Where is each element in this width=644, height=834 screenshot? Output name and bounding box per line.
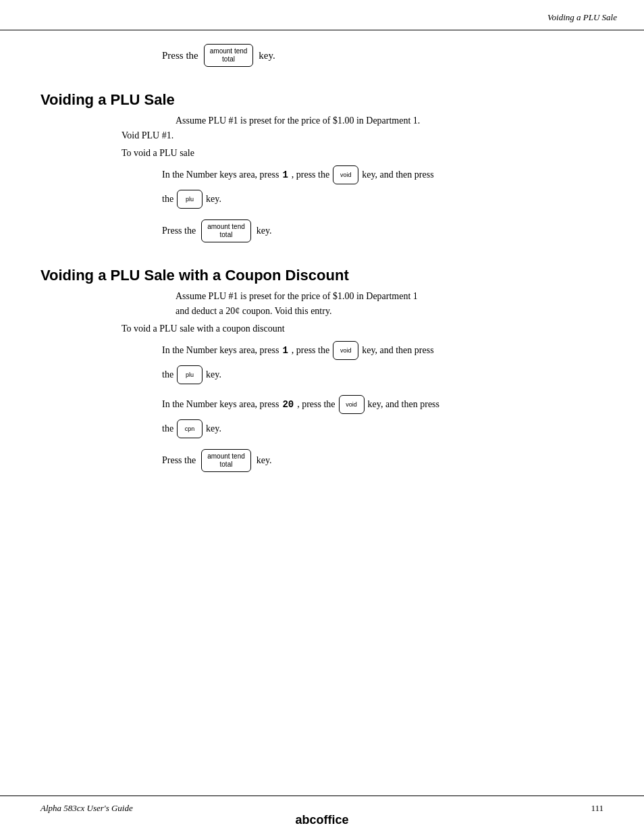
s2-the-label: the (162, 369, 173, 380)
s1-num1: 1 (282, 170, 288, 180)
s2-num1: 1 (282, 345, 288, 356)
s2-void-key1: void (333, 341, 358, 360)
page-footer: Alpha 583cx User's Guide 111 (0, 796, 644, 814)
top-press-text: Press the (162, 50, 198, 61)
s1-instr-text2: , press the (292, 170, 329, 180)
page-content: Press the amount tend total key. Voiding… (0, 30, 644, 537)
s1-press-the: Press the (162, 226, 196, 236)
header-title: Voiding a PLU Sale (547, 12, 617, 23)
s2-instr-text2: , press the (292, 345, 329, 356)
s1-plu-key: plu (177, 190, 203, 209)
top-amount-tend-key: amount tend total (204, 44, 254, 67)
section1-heading: Voiding a PLU Sale (41, 91, 603, 109)
section2-instruction3: In the Number keys area, press 20 , pres… (162, 395, 603, 414)
top-key-label: key. (259, 50, 275, 61)
s2-instr-text1: In the Number keys area, press (162, 345, 279, 356)
section2-assume2: and deduct a 20¢ coupon. Void this entry… (176, 306, 603, 317)
section2-press-line: Press the amount tend total key. (162, 449, 603, 472)
s1-amount-tend-key: amount tend total (201, 219, 251, 242)
s2-key-label4: key. (257, 455, 272, 466)
section2-instruction2: the plu key. (162, 365, 603, 384)
section2-assume1: Assume PLU #1 is preset for the price of… (176, 291, 603, 302)
s2-amount-tend-key: amount tend total (201, 449, 251, 472)
section1-instruction1: In the Number keys area, press 1 , press… (162, 165, 603, 184)
s2-key-label3: key. (206, 423, 221, 434)
s2-plu-key: plu (177, 365, 203, 384)
s2-num2: 20 (282, 399, 294, 410)
section1-assume: Assume PLU #1 is preset for the price of… (176, 115, 603, 126)
s2-instr-text4: In the Number keys area, press (162, 399, 279, 410)
section2-instruction4: the cpn key. (162, 419, 603, 438)
section1-press-line: Press the amount tend total key. (162, 219, 603, 242)
s2-instr-text5: , press the (297, 399, 335, 410)
page-header: Voiding a PLU Sale (0, 0, 644, 30)
s2-the-label2: the (162, 423, 173, 434)
section1-instruction2: the plu key. (162, 190, 603, 209)
page: Voiding a PLU Sale Press the amount tend… (0, 0, 644, 834)
section-voiding-plu: Voiding a PLU Sale Assume PLU #1 is pres… (41, 91, 603, 242)
footer-page-number: 111 (591, 803, 603, 814)
s2-void-key2: void (339, 395, 365, 414)
section2-to-void: To void a PLU sale with a coupon discoun… (122, 323, 603, 334)
s2-press-the: Press the (162, 455, 196, 466)
s1-void-key: void (333, 165, 358, 184)
s1-key-label3: key. (257, 226, 272, 236)
s1-instr-text3: key, and then press (362, 170, 433, 180)
footer-left: Alpha 583cx User's Guide (41, 803, 133, 814)
section2-instruction1: In the Number keys area, press 1 , press… (162, 341, 603, 360)
section2-heading: Voiding a PLU Sale with a Coupon Discoun… (41, 267, 603, 284)
footer-brand: abcoffice (295, 813, 348, 827)
s1-key-label2: key. (206, 194, 221, 205)
s2-cpn-key: cpn (177, 419, 203, 438)
s1-the-label: the (162, 194, 173, 205)
section-voiding-plu-coupon: Voiding a PLU Sale with a Coupon Discoun… (41, 267, 603, 472)
s2-instr-text6: key, and then press (368, 399, 439, 410)
top-press-line: Press the amount tend total key. (162, 44, 603, 67)
s2-instr-text3: key, and then press (362, 345, 433, 356)
section1-to-void: To void a PLU sale (122, 148, 603, 159)
s1-instr-text1: In the Number keys area, press (162, 170, 279, 180)
section1-void-label: Void PLU #1. (122, 130, 603, 141)
s2-key-label2: key. (206, 369, 221, 380)
